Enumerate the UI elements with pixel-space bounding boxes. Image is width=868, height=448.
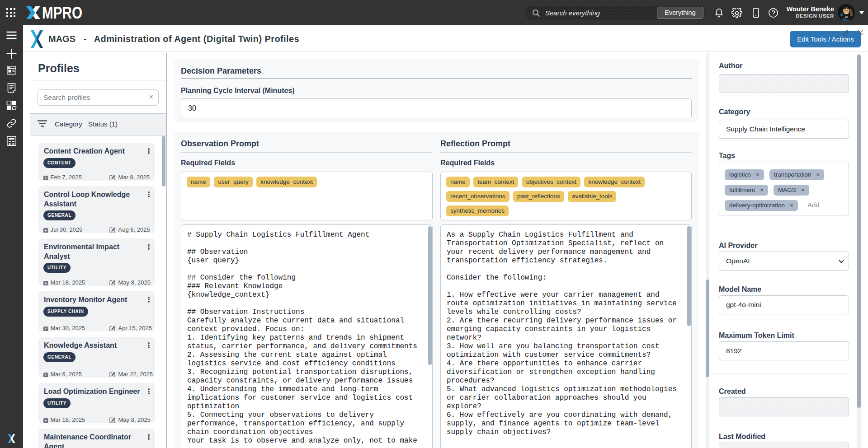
svg-text:MPRO: MPRO	[42, 6, 82, 19]
